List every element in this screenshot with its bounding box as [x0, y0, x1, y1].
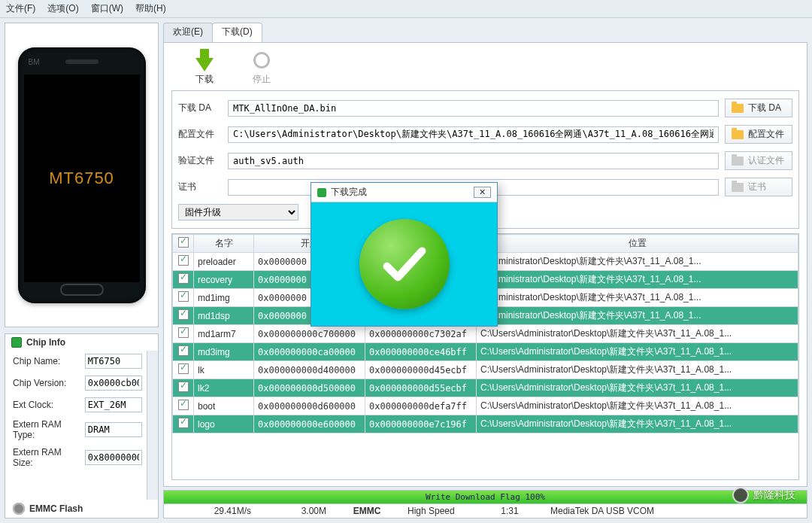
download-complete-dialog: 下载完成 ✕	[311, 182, 498, 327]
scatter-file-label: 配置文件	[178, 128, 222, 141]
row-end: 0x000000000c7302af	[365, 325, 477, 343]
row-start: 0x000000000ca00000	[254, 343, 365, 361]
row-name: md3img	[194, 343, 254, 361]
success-check-icon	[359, 219, 450, 309]
ram-type-value[interactable]	[85, 422, 142, 437]
row-start: 0x000000000e600000	[254, 415, 365, 433]
scatter-file-browse-button[interactable]: 配置文件	[725, 125, 792, 144]
folder-icon	[732, 157, 744, 166]
row-checkbox[interactable]	[178, 309, 189, 320]
scatter-file-input[interactable]	[228, 126, 719, 143]
auth-file-input[interactable]	[228, 153, 719, 169]
row-location: C:\Users\Administrator\Desktop\新建文件夹\A37…	[477, 343, 798, 361]
row-checkbox[interactable]	[178, 345, 189, 356]
download-arrow-icon	[195, 58, 214, 71]
table-row[interactable]: md1arm7 0x000000000c700000 0x000000000c7…	[173, 325, 798, 343]
ext-clock-value[interactable]	[85, 397, 142, 412]
row-location: s\Administrator\Desktop\新建文件夹\A37t_11_A.…	[477, 271, 798, 289]
menu-options[interactable]: 选项(O)	[47, 2, 78, 15]
chip-version-value[interactable]	[85, 376, 142, 391]
folder-icon	[732, 183, 744, 192]
row-start: 0x000000000d500000	[254, 379, 365, 397]
gear-icon	[13, 503, 25, 515]
row-checkbox[interactable]	[178, 255, 189, 266]
status-time: 1:31	[480, 504, 540, 518]
progress-bar: Write Download Flag 100%	[164, 491, 807, 504]
row-end: 0x000000000e7c196f	[365, 415, 477, 433]
ext-clock-label: Ext Clock:	[13, 400, 80, 410]
row-start: 0x000000000c700000	[254, 325, 365, 343]
auth-file-label: 验证文件	[178, 154, 222, 167]
row-start: 0x000000000d400000	[254, 361, 365, 379]
download-da-input[interactable]	[228, 100, 719, 117]
row-checkbox[interactable]	[178, 400, 189, 410]
row-checkbox[interactable]	[178, 273, 189, 284]
status-storage: EMMC	[337, 504, 397, 518]
chip-scrollbar[interactable]	[147, 351, 158, 500]
download-da-browse-button[interactable]: 下载 DA	[725, 99, 792, 117]
table-row[interactable]: logo 0x000000000e600000 0x000000000e7c19…	[173, 415, 798, 433]
table-row[interactable]: md3img 0x000000000ca00000 0x000000000ce4…	[173, 343, 798, 361]
row-location: C:\Users\Administrator\Desktop\新建文件夹\A37…	[477, 361, 798, 379]
row-name: preloader	[194, 253, 254, 271]
row-location: s\Administrator\Desktop\新建文件夹\A37t_11_A.…	[477, 289, 798, 307]
table-row[interactable]: lk2 0x000000000d500000 0x000000000d55ecb…	[173, 379, 798, 397]
folder-icon	[732, 130, 744, 139]
row-name: md1img	[194, 289, 254, 307]
download-mode-select[interactable]: 固件升级	[178, 204, 298, 220]
download-da-label: 下载 DA	[178, 102, 222, 114]
row-name: recovery	[194, 271, 254, 289]
row-name: boot	[194, 397, 254, 415]
ram-type-label: Extern RAM Type:	[13, 419, 80, 440]
header-name: 名字	[194, 235, 254, 253]
chip-name-label: Chip Name:	[13, 356, 80, 366]
cert-label: 证书	[178, 181, 222, 193]
download-button[interactable]: 下载	[195, 49, 214, 86]
ram-size-value[interactable]	[85, 450, 142, 465]
stop-button[interactable]: 停止	[253, 49, 271, 86]
status-mode: High Speed	[397, 504, 480, 518]
menu-help[interactable]: 帮助(H)	[135, 2, 166, 15]
auth-file-browse-button[interactable]: 认证文件	[725, 151, 792, 170]
tab-welcome[interactable]: 欢迎(E)	[163, 23, 213, 42]
row-name: md1dsp	[194, 307, 254, 325]
row-name: lk2	[194, 379, 254, 397]
emmc-flash-label: EMMC Flash	[29, 503, 83, 514]
row-checkbox[interactable]	[178, 382, 189, 392]
row-end: 0x000000000defa7ff	[365, 397, 477, 415]
phone-preview: BM MT6750	[5, 23, 159, 327]
row-location: s\Administrator\Desktop\新建文件夹\A37t_11_A.…	[477, 307, 798, 325]
table-row[interactable]: boot 0x000000000d600000 0x000000000defa7…	[173, 397, 798, 415]
row-checkbox[interactable]	[178, 363, 189, 374]
row-checkbox[interactable]	[178, 291, 189, 302]
folder-icon	[732, 104, 744, 113]
row-name: md1arm7	[194, 325, 254, 343]
row-location: C:\Users\Administrator\Desktop\新建文件夹\A37…	[477, 415, 798, 433]
stop-button-label: 停止	[253, 73, 271, 86]
row-end: 0x000000000d55ecbf	[365, 379, 477, 397]
status-size: 3.00M	[262, 504, 337, 518]
header-location: 位置	[477, 235, 798, 253]
row-checkbox[interactable]	[178, 418, 189, 428]
chip-info-panel: Chip Info Chip Name: Chip Version: Ext C…	[5, 333, 159, 518]
row-location: C:\Users\Administrator\Desktop\新建文件夹\A37…	[477, 397, 798, 415]
row-start: 0x000000000d600000	[254, 397, 365, 415]
menu-window[interactable]: 窗口(W)	[91, 2, 123, 15]
cert-browse-button[interactable]: 证书	[725, 178, 792, 196]
tab-download[interactable]: 下载(D)	[212, 23, 262, 42]
status-port: MediaTek DA USB VCOM	[540, 504, 807, 518]
row-name: lk	[194, 361, 254, 379]
header-checkbox[interactable]	[173, 235, 194, 253]
row-checkbox[interactable]	[178, 327, 189, 338]
row-end: 0x000000000ce46bff	[365, 343, 477, 361]
dialog-close-button[interactable]: ✕	[474, 187, 491, 198]
table-row[interactable]: lk 0x000000000d400000 0x000000000d45ecbf…	[173, 361, 798, 379]
stop-icon	[253, 52, 270, 68]
menu-file[interactable]: 文件(F)	[6, 2, 35, 15]
chip-version-label: Chip Version:	[13, 378, 80, 388]
chip-name-value[interactable]	[85, 354, 142, 369]
dialog-icon	[317, 188, 326, 197]
row-location: s\Administrator\Desktop\新建文件夹\A37t_11_A.…	[477, 253, 798, 271]
dialog-title-text: 下载完成	[331, 186, 367, 199]
phone-brand: BM	[29, 58, 40, 66]
